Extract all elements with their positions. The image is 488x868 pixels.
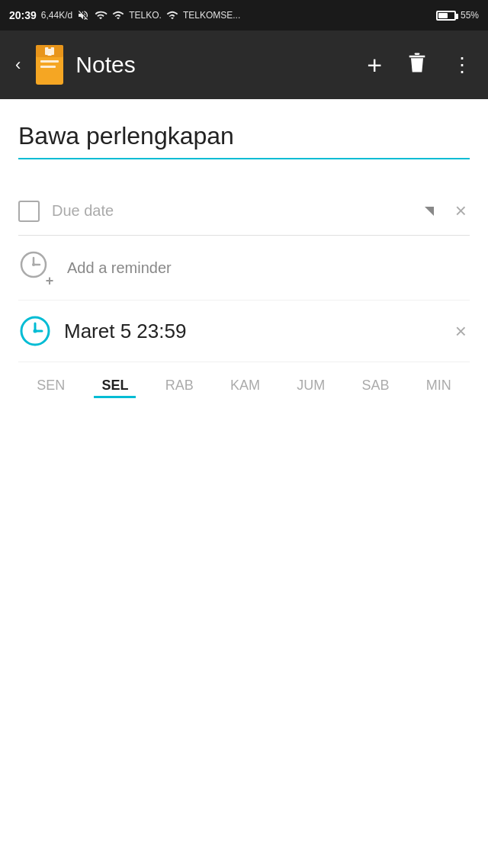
note-title-input[interactable]	[18, 114, 470, 156]
wifi-icon	[94, 9, 108, 21]
day-selector: SENSELRABKAMJUMSABMIN	[18, 362, 470, 403]
day-item-sen[interactable]: SEN	[29, 375, 72, 397]
battery-icon	[436, 11, 456, 21]
svg-rect-7	[415, 53, 420, 54]
signal2-icon	[166, 9, 178, 21]
back-button[interactable]: ‹	[12, 52, 24, 78]
status-right: 55%	[436, 10, 479, 21]
day-label-sab: SAB	[362, 378, 390, 394]
day-label-rab: RAB	[165, 378, 194, 394]
svg-point-15	[34, 330, 37, 333]
plus-badge: +	[43, 274, 56, 288]
signal-icon	[112, 9, 124, 21]
carrier1: TELKO.	[129, 10, 162, 21]
due-date-label: Due date	[52, 202, 413, 220]
reminder-datetime: Maret 5 23:59	[64, 320, 440, 343]
svg-rect-6	[48, 47, 51, 49]
day-underline-sel	[94, 396, 136, 398]
add-reminder-row[interactable]: + Add a reminder	[18, 236, 470, 301]
note-title-wrapper	[18, 114, 470, 159]
mute-icon	[77, 9, 89, 21]
reminder-close-button[interactable]: ×	[452, 317, 470, 346]
due-date-checkbox[interactable]	[18, 201, 40, 222]
add-reminder-icon-wrapper: +	[18, 249, 55, 286]
status-left: 20:39 6,44K/d TELKO. TELKOMSE...	[9, 9, 240, 21]
status-bar: 20:39 6,44K/d TELKO. TELKOMSE... 55%	[0, 0, 488, 31]
day-label-jum: JUM	[297, 378, 325, 394]
battery-percent: 55%	[461, 10, 479, 21]
day-item-min[interactable]: MIN	[419, 375, 459, 397]
day-item-rab[interactable]: RAB	[158, 375, 201, 397]
day-item-kam[interactable]: KAM	[223, 375, 268, 397]
content-area: Due date × + Add a reminder Maret 5 2	[0, 99, 488, 403]
due-date-section: Due date ×	[18, 187, 470, 236]
day-item-sab[interactable]: SAB	[355, 375, 397, 397]
reminder-clock-icon	[18, 314, 52, 348]
more-options-button[interactable]: ⋮	[449, 50, 476, 80]
due-date-close-button[interactable]: ×	[452, 196, 470, 226]
add-reminder-label: Add a reminder	[67, 259, 172, 277]
dropdown-triangle	[425, 207, 434, 216]
status-data: 6,44K/d	[41, 10, 72, 21]
status-time: 20:39	[9, 9, 37, 21]
day-label-sel: SEL	[101, 378, 128, 394]
title-underline	[18, 158, 470, 159]
notes-app-icon	[33, 45, 66, 85]
app-title: Notes	[75, 52, 355, 78]
svg-rect-3	[40, 66, 56, 68]
add-note-button[interactable]: +	[364, 47, 385, 83]
carrier2: TELKOMSE...	[183, 10, 240, 21]
day-label-sen: SEN	[37, 378, 65, 394]
app-bar: ‹ Notes + ⋮	[0, 31, 488, 99]
app-bar-actions: + ⋮	[364, 47, 476, 83]
day-label-min: MIN	[426, 378, 451, 394]
day-item-sel[interactable]: SEL	[94, 375, 136, 397]
delete-button[interactable]	[403, 47, 431, 83]
day-label-kam: KAM	[230, 378, 260, 394]
day-item-jum[interactable]: JUM	[289, 375, 332, 397]
reminder-row: Maret 5 23:59 ×	[18, 301, 470, 362]
due-date-row: Due date ×	[18, 187, 470, 236]
svg-point-11	[32, 263, 35, 266]
svg-rect-2	[40, 60, 59, 63]
